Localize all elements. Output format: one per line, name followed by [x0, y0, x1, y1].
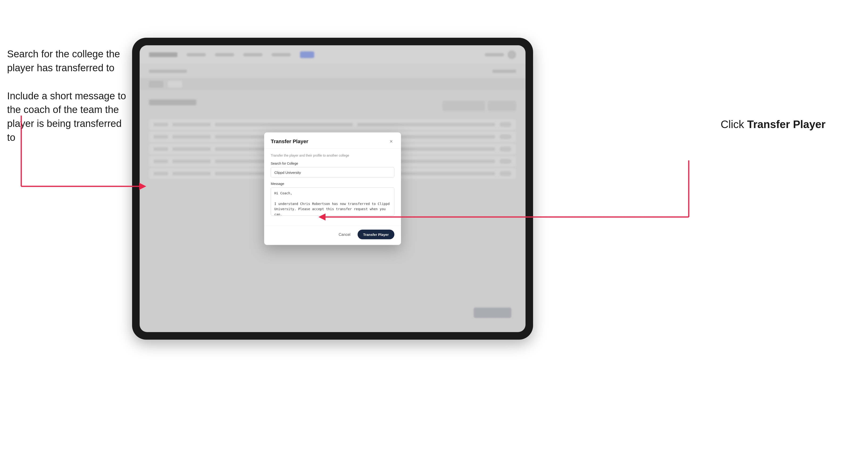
modal-title: Transfer Player: [271, 138, 308, 145]
annotation-right-prefix: Click: [720, 118, 747, 130]
search-college-group: Search for College: [271, 161, 394, 178]
message-textarea[interactable]: Hi Coach, I understand Chris Robertson h…: [271, 187, 394, 216]
annotation-left: Search for the college the player has tr…: [7, 47, 130, 145]
modal-footer: Cancel Transfer Player: [264, 226, 401, 245]
tablet-screen: Transfer Player ✕ Transfer the player an…: [140, 45, 526, 332]
search-college-label: Search for College: [271, 161, 394, 165]
tablet-frame: Transfer Player ✕ Transfer the player an…: [132, 38, 533, 340]
modal-close-button[interactable]: ✕: [388, 138, 394, 145]
annotation-right: Click Transfer Player: [720, 118, 826, 131]
modal-subtitle: Transfer the player and their profile to…: [271, 154, 394, 157]
modal-body: Transfer the player and their profile to…: [264, 149, 401, 226]
message-group: Message Hi Coach, I understand Chris Rob…: [271, 182, 394, 217]
message-label: Message: [271, 182, 394, 186]
modal-header: Transfer Player ✕: [264, 132, 401, 149]
search-college-input[interactable]: [271, 167, 394, 178]
cancel-button[interactable]: Cancel: [335, 230, 354, 239]
annotation-right-bold: Transfer Player: [747, 118, 826, 130]
transfer-player-modal: Transfer Player ✕ Transfer the player an…: [264, 132, 401, 245]
transfer-player-button[interactable]: Transfer Player: [358, 230, 394, 239]
annotation-text-1: Search for the college the player has tr…: [7, 49, 120, 73]
annotation-text-2: Include a short message to the coach of …: [7, 90, 126, 143]
